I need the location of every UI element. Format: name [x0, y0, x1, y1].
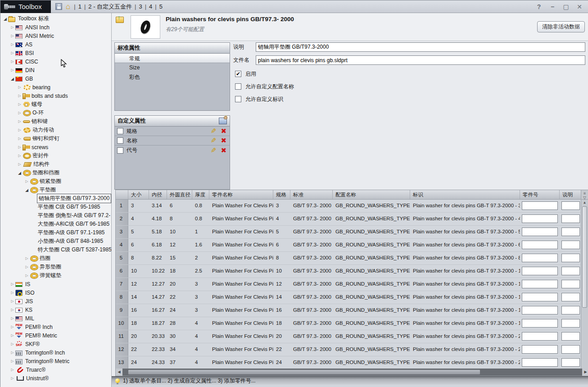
standard-property-item[interactable]: 彩色: [115, 73, 230, 82]
tree-item-cisc[interactable]: ▷CISC: [0, 57, 111, 66]
table-row[interactable]: 101818.27284Plain Washer For Clevis Pin1…: [116, 317, 588, 330]
table-vertical-scrollbar[interactable]: ≡▽ ▲: [581, 190, 588, 369]
table-row[interactable]: 122222.33344Plain Washer For Clevis Pin2…: [116, 343, 588, 356]
expand-caret[interactable]: ◢: [2, 17, 8, 21]
tree-item-torrington-inch[interactable]: ▷Torrington® Inch: [0, 348, 111, 357]
part-number-input[interactable]: [522, 267, 558, 275]
comment-input[interactable]: [561, 306, 580, 314]
clear-inactive-data-button[interactable]: 清除非活动数据: [537, 21, 585, 32]
folder-up-icon[interactable]: [116, 17, 124, 23]
part-number-input[interactable]: [522, 358, 558, 367]
comment-input[interactable]: [561, 293, 580, 301]
tree-item--[interactable]: ▷销和键: [0, 117, 111, 126]
part-number-input[interactable]: [522, 201, 558, 210]
tree-item-unistrut-[interactable]: ▷Unistrut®: [0, 374, 111, 382]
delete-property-icon[interactable]: ✖: [221, 146, 226, 155]
expand-caret[interactable]: ▷: [9, 368, 15, 372]
close-button[interactable]: ✕: [575, 3, 584, 10]
tree-item-torrington-metric[interactable]: ▷Torrington® Metric: [0, 357, 111, 365]
tree-item-pem-inch[interactable]: ▷PEMPEM® Inch: [0, 323, 111, 331]
table-row[interactable]: 71212.27203Plain Washer For Clevis Pin12…: [116, 278, 588, 291]
form-checkbox[interactable]: ✔: [235, 71, 241, 77]
table-row[interactable]: 466.18121.6Plain Washer For Clevis Pin6G…: [116, 239, 588, 252]
table-row[interactable]: 61010.22182.5Plain Washer For Clevis Pin…: [116, 265, 588, 278]
expand-caret[interactable]: ▷: [9, 351, 15, 355]
table-column-header[interactable]: 大小: [128, 190, 149, 199]
tree-item-din[interactable]: ▷DIN: [0, 66, 111, 74]
expand-caret[interactable]: ▷: [9, 291, 15, 295]
tree-item--[interactable]: ▷螺母: [0, 100, 111, 109]
table-horizontal-scrollbar[interactable]: ◀ ▶: [116, 369, 588, 376]
tree-item-iso[interactable]: ▷ISO: [0, 288, 111, 297]
edit-property-icon[interactable]: ✎: [211, 146, 217, 155]
part-number-input[interactable]: [522, 228, 558, 236]
tree-item-as[interactable]: ▷AS: [0, 40, 111, 49]
breadcrumb-item[interactable]: 2 - 自定义五金件: [86, 3, 135, 11]
horizontal-scroll-thumb[interactable]: [128, 369, 480, 375]
expand-caret[interactable]: ▷: [24, 273, 30, 278]
tree-item--[interactable]: ◢垫圈和挡圈: [0, 168, 111, 177]
tree-item-gb[interactable]: ◢GB: [0, 74, 111, 83]
maximize-button[interactable]: ▢: [561, 3, 570, 10]
minimize-button[interactable]: −: [548, 3, 557, 10]
comment-input[interactable]: [561, 345, 580, 354]
tree-item--[interactable]: ▷锁紧垫圈: [0, 177, 111, 186]
tree-item-bolts-and-studs[interactable]: ▷bolts and studs: [0, 91, 111, 100]
part-number-input[interactable]: [522, 280, 558, 288]
tree-item-jis[interactable]: ▷JIS: [0, 297, 111, 305]
vertical-scroll-thumb[interactable]: [582, 206, 587, 308]
expand-caret[interactable]: ▷: [24, 265, 30, 269]
scroll-up-icon[interactable]: ▲: [581, 200, 588, 206]
tree-item--[interactable]: ▷弹簧螺垫: [0, 271, 111, 280]
expand-caret[interactable]: ▷: [9, 342, 15, 346]
tree-item--a-gb-t-848-1985[interactable]: 小垫圈-A级 GB/T 848-1985: [0, 237, 111, 246]
tree-item--c-gb-t-5287-1985[interactable]: 特大垫圈 C级 GB/T 5287-1985: [0, 246, 111, 254]
expand-caret[interactable]: ◢: [24, 188, 30, 192]
table-row[interactable]: 132424.33374Plain Washer For Clevis Pin2…: [116, 356, 588, 369]
expand-caret[interactable]: ▷: [17, 102, 23, 106]
expand-caret[interactable]: ▷: [9, 59, 15, 64]
table-row[interactable]: 588.22152Plain Washer For Clevis Pin8GB/…: [116, 252, 588, 265]
tree-item--[interactable]: ◢平垫圈: [0, 186, 111, 194]
part-number-input[interactable]: [522, 293, 558, 301]
tree-item--[interactable]: ▷异形垫圈: [0, 263, 111, 271]
edit-property-icon[interactable]: ✎: [211, 137, 217, 145]
expand-caret[interactable]: ▷: [9, 359, 15, 363]
table-column-header[interactable]: 内径: [149, 190, 167, 199]
comment-input[interactable]: [561, 267, 580, 275]
expand-caret[interactable]: ▷: [9, 316, 15, 320]
part-number-input[interactable]: [522, 306, 558, 314]
comment-input[interactable]: [561, 332, 580, 341]
breadcrumb-item[interactable]: 1: [76, 3, 84, 10]
property-checkbox[interactable]: [117, 137, 123, 144]
expand-caret[interactable]: ▷: [9, 68, 15, 72]
property-checkbox[interactable]: [117, 147, 123, 154]
comment-input[interactable]: [561, 241, 580, 249]
breadcrumb-item[interactable]: 3: [136, 3, 145, 10]
expand-caret[interactable]: ▷: [17, 145, 23, 149]
comment-input[interactable]: [561, 214, 580, 223]
edit-property-icon[interactable]: ✎: [211, 127, 217, 135]
tree-item-ansi-metric[interactable]: ▷ANSI Metric: [0, 32, 111, 40]
tree-item-truarc-[interactable]: ▷Truarc®: [0, 365, 111, 374]
tree-item--a-gb-t-97-1-1985[interactable]: 平垫圈-A级 GB/T 97.1-1985: [0, 228, 111, 237]
comment-input[interactable]: [561, 228, 580, 236]
expand-caret[interactable]: ▷: [17, 119, 23, 123]
breadcrumb-item[interactable]: 5: [157, 3, 165, 10]
comment-input[interactable]: [561, 319, 580, 328]
breadcrumb-item[interactable]: 4: [146, 3, 155, 10]
home-icon[interactable]: ⌂: [66, 4, 70, 10]
part-number-input[interactable]: [522, 332, 558, 341]
table-column-header[interactable]: 外圆直径: [167, 190, 192, 199]
tree-item--[interactable]: ▷挡圈: [0, 254, 111, 263]
expand-caret[interactable]: ▷: [17, 162, 23, 166]
comment-input[interactable]: [561, 280, 580, 288]
tree-item--gb-t97-3-2000[interactable]: 销轴用平垫圈 GB/T97.3-2000: [0, 194, 111, 203]
expand-caret[interactable]: ▷: [9, 333, 15, 337]
part-number-input[interactable]: [522, 214, 558, 223]
part-number-input[interactable]: [522, 319, 558, 328]
tree-item-bsi[interactable]: ▷BSI: [0, 49, 111, 57]
expand-caret[interactable]: ▷: [9, 282, 15, 286]
part-number-input[interactable]: [522, 241, 558, 249]
scroll-left-icon[interactable]: ◀: [116, 369, 122, 376]
